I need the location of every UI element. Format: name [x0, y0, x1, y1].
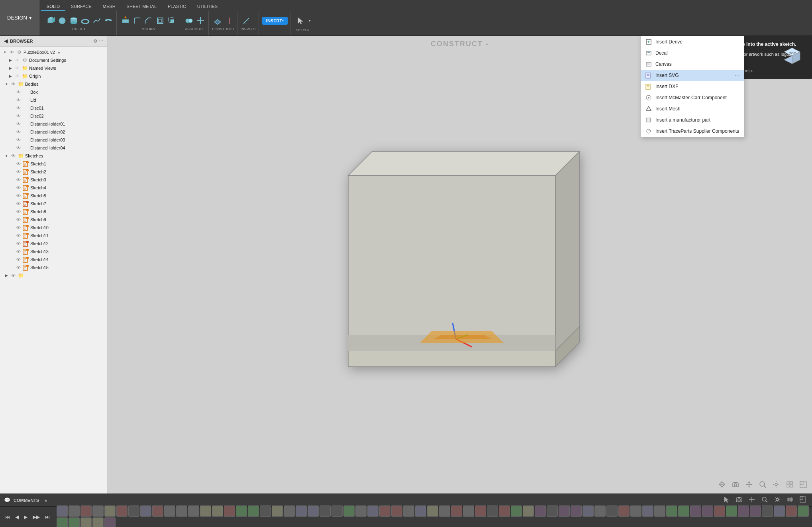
timeline-item-29[interactable]: [403, 505, 414, 517]
timeline-item-64[interactable]: [69, 517, 80, 527]
root-eye[interactable]: 👁: [8, 49, 15, 55]
insert-svg-item[interactable]: Insert SVG ⋯: [641, 70, 744, 81]
bodies-eye[interactable]: 👁: [10, 81, 16, 87]
sketches-eye[interactable]: 👁: [10, 153, 16, 159]
timeline-item-45[interactable]: [594, 505, 606, 517]
timeline-item-23[interactable]: [331, 505, 343, 517]
timeline-item-22[interactable]: [320, 505, 331, 517]
timeline-play[interactable]: ▶: [22, 513, 29, 521]
create-torus-btn[interactable]: [80, 16, 91, 26]
eye-DistanceHolder02[interactable]: 👁: [15, 129, 22, 135]
timeline-first[interactable]: ⏮: [3, 513, 12, 521]
zoom-btn[interactable]: [757, 480, 768, 490]
create-pipe-btn[interactable]: [103, 16, 114, 26]
tree-item-disc02[interactable]: 👁 Disc02: [0, 112, 107, 120]
timeline-item-47[interactable]: [618, 505, 630, 517]
timeline-item-14[interactable]: [224, 505, 235, 517]
tree-item-sketch2[interactable]: 👁 ✓ Sketch2: [0, 168, 107, 176]
construct-axis[interactable]: [224, 16, 235, 26]
tree-item-sketch9[interactable]: 👁 ✓ Sketch9: [0, 216, 107, 224]
modify-fillet[interactable]: [131, 16, 143, 26]
timeline-item-30[interactable]: [415, 505, 426, 517]
insert-button[interactable]: INSERT ▾: [262, 17, 288, 25]
collapse-icon[interactable]: ◀: [4, 38, 8, 44]
eye-Sketch7[interactable]: 👁: [15, 201, 22, 207]
timeline-item-54[interactable]: [702, 505, 713, 517]
timeline-prev[interactable]: ◀: [13, 513, 21, 521]
timeline-item-41[interactable]: [547, 505, 558, 517]
timeline-item-15[interactable]: [236, 505, 247, 517]
timeline-item-28[interactable]: [391, 505, 402, 517]
timeline-item-9[interactable]: [164, 505, 175, 517]
timeline-item-12[interactable]: [200, 505, 211, 517]
design-menu-button[interactable]: DESIGN ▾: [0, 0, 39, 35]
timeline-item-31[interactable]: [427, 505, 438, 517]
timeline-item-0[interactable]: [57, 505, 68, 517]
timeline-item-62[interactable]: [798, 505, 809, 517]
tree-item-sketch1[interactable]: 👁 ✓ Sketch1: [0, 160, 107, 168]
timeline-item-37[interactable]: [499, 505, 510, 517]
eye-Lid[interactable]: 👁: [15, 97, 22, 103]
eye-Sketch13[interactable]: 👁: [15, 248, 22, 255]
eye-Sketch2[interactable]: 👁: [15, 169, 22, 175]
create-sphere-btn[interactable]: [57, 16, 68, 26]
timeline-item-27[interactable]: [379, 505, 390, 517]
timeline-item-20[interactable]: [296, 505, 307, 517]
decal-item[interactable]: Decal: [641, 47, 744, 59]
tree-item-named-views[interactable]: ▶ 👁 📁 Named Views: [0, 64, 107, 72]
comments-expand-icon[interactable]: ▲: [44, 498, 48, 502]
tree-item-sketch7[interactable]: 👁 ! Sketch7: [0, 200, 107, 208]
tab-plastic[interactable]: PLASTIC: [162, 2, 192, 11]
timeline-item-50[interactable]: [654, 505, 665, 517]
modify-shell[interactable]: [155, 16, 166, 26]
eye-Box[interactable]: 👁: [15, 89, 22, 95]
eye-DistanceHolder04[interactable]: 👁: [15, 145, 22, 151]
timeline-item-60[interactable]: [774, 505, 785, 517]
tree-item-distanceholder03[interactable]: 👁 DistanceHolder03: [0, 136, 107, 144]
timeline-item-35[interactable]: [475, 505, 486, 517]
view-orientation-btn[interactable]: [716, 480, 728, 490]
tree-item-sketch3[interactable]: 👁 ✓ Sketch3: [0, 176, 107, 184]
timeline-item-5[interactable]: [116, 505, 127, 517]
timeline-item-36[interactable]: [487, 505, 498, 517]
tab-utilities[interactable]: UTILITIES: [192, 2, 223, 11]
tree-item-lid[interactable]: 👁 Lid: [0, 96, 107, 104]
timeline-item-59[interactable]: [762, 505, 773, 517]
insert-mcmaster-item[interactable]: Insert McMaster-Carr Component: [641, 92, 744, 103]
tree-item-sketch10[interactable]: 👁 ✓ Sketch10: [0, 224, 107, 232]
eye-Disc02[interactable]: 👁: [15, 113, 22, 119]
tree-item-disc01[interactable]: 👁 Disc01: [0, 104, 107, 112]
eye-Sketch12[interactable]: 👁: [15, 240, 22, 247]
tree-item-bodies[interactable]: ▾ 👁 📁 Bodies: [0, 80, 107, 88]
tree-item-sketches[interactable]: ▾ 👁 📁 Sketches: [0, 152, 107, 160]
assemble-move[interactable]: [195, 16, 206, 26]
timeline-item-56[interactable]: [726, 505, 737, 517]
timeline-item-44[interactable]: [583, 505, 594, 517]
timeline-item-49[interactable]: [642, 505, 653, 517]
timeline-item-67[interactable]: [104, 517, 116, 527]
construct-plane[interactable]: [212, 16, 223, 26]
timeline-item-21[interactable]: [308, 505, 319, 517]
eye-Sketch4[interactable]: 👁: [15, 185, 22, 191]
tree-item-sketch4[interactable]: 👁 ✓ Sketch4: [0, 184, 107, 192]
eye-DistanceHolder01[interactable]: 👁: [15, 121, 22, 127]
timeline-item-19[interactable]: [284, 505, 295, 517]
timeline-item-43[interactable]: [571, 505, 582, 517]
eye-Sketch11[interactable]: 👁: [15, 232, 22, 239]
named-views-eye[interactable]: 👁: [14, 65, 20, 71]
timeline-item-11[interactable]: [188, 505, 199, 517]
tree-item-root[interactable]: ▾ 👁 ⚙ PuzzleBox01 v2 ●: [0, 48, 107, 56]
eye-Disc01[interactable]: 👁: [15, 105, 22, 111]
timeline-item-3[interactable]: [92, 505, 104, 517]
timeline-item-42[interactable]: [559, 505, 570, 517]
timeline-item-1[interactable]: [69, 505, 80, 517]
tree-item-sketch13[interactable]: 👁 ✓ Sketch13: [0, 248, 107, 256]
tree-item-origin[interactable]: ▶ 👁 📁 Origin: [0, 72, 107, 80]
cursor-icon-btn[interactable]: [721, 495, 732, 505]
camera-btn[interactable]: [730, 480, 741, 490]
canvas-item[interactable]: Canvas: [641, 59, 744, 70]
create-cylinder-btn[interactable]: [68, 16, 79, 26]
pan-bottom-btn[interactable]: [747, 495, 757, 505]
tree-item-sketch14[interactable]: 👁 ✓ Sketch14: [0, 256, 107, 264]
insert-derive-item[interactable]: Insert Derive: [641, 36, 744, 47]
